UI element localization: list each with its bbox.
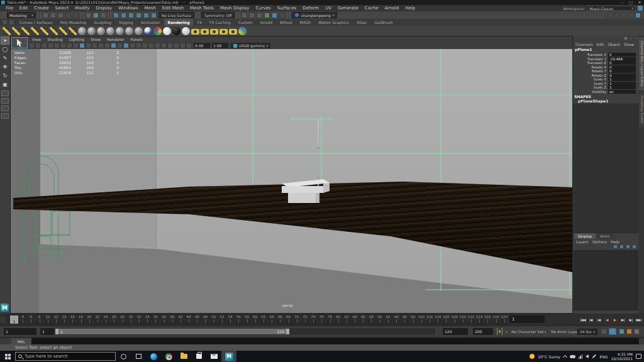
workspace-dropdown[interactable]: Maya Classic▾ bbox=[587, 6, 636, 11]
shelf-tab-gozbrush[interactable]: GoZBrush bbox=[370, 19, 397, 26]
shelf-tab-bifrost[interactable]: Bifrost bbox=[276, 19, 296, 26]
playback-end-field[interactable]: 120 bbox=[443, 328, 468, 335]
range-end-handle[interactable] bbox=[286, 329, 289, 334]
menu-arnold[interactable]: Arnold bbox=[382, 6, 402, 11]
viewport-toolbar-icon[interactable] bbox=[123, 43, 129, 48]
layout-custom-button[interactable] bbox=[1, 113, 9, 119]
shelf-item-material-icon[interactable] bbox=[182, 27, 190, 35]
range-start-handle[interactable] bbox=[55, 329, 58, 334]
edge-button[interactable] bbox=[146, 351, 161, 362]
menu-windows[interactable]: Windows bbox=[115, 6, 141, 11]
shelf-item-material-icon[interactable] bbox=[125, 27, 133, 35]
layout-four-pane-button[interactable] bbox=[1, 98, 9, 104]
menu-create[interactable]: Create bbox=[31, 6, 52, 11]
channel-value-field[interactable]: on bbox=[608, 90, 636, 94]
shelf-item-light-icon[interactable] bbox=[59, 27, 67, 35]
viewport-toolbar-icon[interactable] bbox=[161, 43, 167, 48]
viewport-toolbar-icon[interactable] bbox=[142, 43, 148, 48]
viewport-toolbar-icon[interactable] bbox=[79, 43, 85, 48]
select-hierarchy-icon[interactable] bbox=[86, 13, 91, 18]
ipr-render-icon[interactable] bbox=[257, 13, 262, 18]
viewport-toolbar-icon[interactable] bbox=[54, 43, 60, 48]
channel-box-display-icon[interactable] bbox=[624, 36, 628, 40]
anim-layer-dropdown[interactable]: No Anim Layer bbox=[551, 328, 579, 335]
render-view-icon[interactable] bbox=[242, 13, 247, 18]
viewport-toolbar-icon[interactable] bbox=[130, 43, 135, 48]
attribute-editor-toggle-icon[interactable] bbox=[621, 13, 627, 18]
shelf-item-material-icon[interactable] bbox=[97, 27, 105, 35]
scene-view[interactable]: Verts:210681210Edges:419072200Faces:2093… bbox=[11, 49, 572, 313]
open-scene-icon[interactable] bbox=[50, 13, 56, 18]
channel-label[interactable]: Scale Z bbox=[573, 85, 608, 89]
shelf-item-camera-icon[interactable] bbox=[191, 29, 199, 35]
animation-end-field[interactable]: 200 bbox=[473, 328, 493, 335]
current-frame-marker[interactable]: 1 bbox=[10, 315, 18, 324]
viewport-toolbar-icon[interactable] bbox=[180, 43, 186, 48]
channel-box-speed-icon[interactable] bbox=[629, 36, 633, 40]
shelf-item-light-icon[interactable] bbox=[31, 27, 39, 35]
snap-live-icon[interactable] bbox=[151, 13, 157, 18]
set-key-options-icon[interactable] bbox=[634, 329, 640, 334]
viewport-menu-renderer[interactable]: Renderer bbox=[104, 37, 127, 41]
animation-start-field[interactable]: 1 bbox=[4, 328, 36, 335]
move-layer-up-icon[interactable] bbox=[626, 244, 630, 249]
viewport-menu-lighting[interactable]: Lighting bbox=[66, 37, 87, 41]
shelf-item-light-icon[interactable] bbox=[12, 27, 20, 35]
shelf-tab-custom[interactable]: Custom bbox=[235, 19, 257, 26]
side-tab-channel-box[interactable]: Channel Box / Layer Editor bbox=[639, 37, 644, 90]
channel-box-menu-edit[interactable]: Edit bbox=[595, 42, 606, 47]
shelf-item-light-icon[interactable] bbox=[69, 27, 77, 35]
viewport-menu-view[interactable]: View bbox=[29, 37, 44, 41]
exposure-field[interactable]: 0.00 bbox=[194, 43, 210, 48]
shelf-item-material-icon[interactable] bbox=[106, 27, 114, 35]
network-icon[interactable] bbox=[579, 354, 583, 359]
step-forward-frame-button[interactable]: ▶| bbox=[627, 314, 635, 324]
menu-surfaces[interactable]: Surfaces bbox=[274, 6, 299, 11]
viewport-toolbar-icon[interactable] bbox=[29, 43, 35, 48]
channel-value-field[interactable]: 0 bbox=[608, 74, 636, 77]
section-grip[interactable] bbox=[236, 13, 240, 18]
section-grip[interactable] bbox=[287, 13, 290, 18]
cortana-button[interactable] bbox=[116, 351, 131, 362]
viewport-toolbar-icon[interactable] bbox=[148, 43, 154, 48]
loop-playback-icon[interactable] bbox=[601, 329, 607, 334]
menu-mesh-display[interactable]: Mesh Display bbox=[217, 6, 252, 11]
task-view-button[interactable] bbox=[131, 351, 146, 362]
shelf-collapse-icon[interactable] bbox=[9, 19, 14, 25]
paint-select-tool[interactable]: ✎ bbox=[1, 54, 9, 62]
viewport-menu-shading[interactable]: Shading bbox=[44, 37, 65, 41]
layer-editor-tab-anim[interactable]: Anim bbox=[596, 233, 613, 239]
animation-preferences-icon[interactable] bbox=[626, 329, 632, 334]
shelf-item-material-icon[interactable] bbox=[135, 27, 143, 35]
shelf-tab-mash[interactable]: MASH bbox=[296, 19, 315, 26]
viewport-toolbar-icon[interactable] bbox=[73, 43, 79, 48]
mute-audio-icon[interactable] bbox=[619, 329, 625, 334]
weather-text[interactable]: 20°C Sunny bbox=[538, 354, 560, 359]
layout-single-pane-button[interactable] bbox=[1, 90, 9, 96]
taskbar-search-input[interactable]: Type here to search bbox=[15, 352, 116, 361]
cloud-icon[interactable] bbox=[570, 355, 575, 358]
symmetry-field[interactable]: Symmetry: Off bbox=[201, 12, 235, 18]
viewport-toolbar-icon[interactable] bbox=[155, 43, 160, 48]
shelf-item-light-icon[interactable] bbox=[3, 27, 11, 35]
shelf-tab-fx-caching[interactable]: FX Caching bbox=[206, 19, 235, 26]
viewport-toolbar-icon[interactable] bbox=[35, 43, 41, 48]
channel-box-menu-channels[interactable]: Channels bbox=[574, 42, 595, 47]
command-language-toggle[interactable]: MEL bbox=[11, 338, 31, 344]
range-track[interactable]: 1 120 bbox=[54, 328, 435, 335]
viewport-toolbar-icon[interactable] bbox=[111, 43, 116, 48]
layer-menu-help[interactable]: Help bbox=[609, 239, 621, 244]
outliner-toggle-icon[interactable] bbox=[608, 13, 613, 18]
viewport-menu-show[interactable]: Show bbox=[87, 37, 104, 41]
shelf-item-camera-icon[interactable] bbox=[210, 29, 218, 35]
channel-label[interactable]: Rotate Z bbox=[573, 74, 608, 77]
step-back-frame-button[interactable]: |◀ bbox=[587, 314, 595, 324]
viewport-toolbar-icon[interactable] bbox=[186, 43, 192, 48]
shelf-tab-poly-modeling[interactable]: Poly Modeling bbox=[57, 19, 91, 26]
shelf-tab-xgen[interactable]: XGen bbox=[353, 19, 370, 26]
shelf-tab-animation[interactable]: Animation bbox=[137, 19, 164, 26]
channel-label[interactable]: Translate X bbox=[573, 53, 608, 57]
menu-mesh-tools[interactable]: Mesh Tools bbox=[187, 6, 217, 11]
viewport-toolbar-icon[interactable] bbox=[104, 43, 110, 48]
play-backwards-button[interactable]: ◀ bbox=[602, 314, 611, 324]
